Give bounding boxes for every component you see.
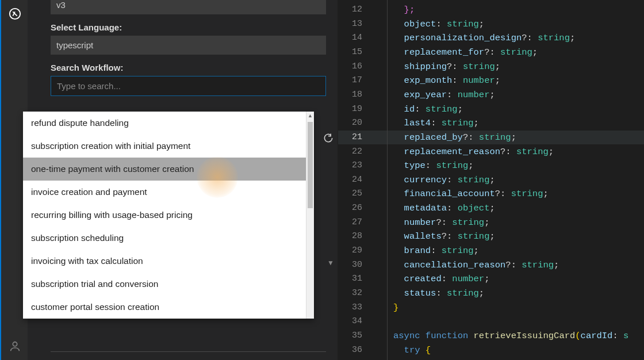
line-number: 18 xyxy=(338,88,373,102)
code-line: number?: string; xyxy=(393,216,489,230)
line-number: 24 xyxy=(338,173,373,187)
line-number: 27 xyxy=(338,216,373,230)
line-number: 23 xyxy=(338,159,373,173)
scroll-up-icon[interactable]: ▲ xyxy=(306,112,314,120)
line-number: 35 xyxy=(338,329,373,343)
code-line: created: number; xyxy=(393,272,489,286)
line-number: 15 xyxy=(338,45,373,60)
refresh-icon[interactable] xyxy=(323,132,334,146)
line-number: 13 xyxy=(338,17,373,32)
language-select[interactable]: typescript xyxy=(51,36,326,55)
line-number: 16 xyxy=(338,60,373,74)
search-workflow-input[interactable] xyxy=(51,76,326,96)
line-number: 12 xyxy=(338,3,373,17)
workflow-option[interactable]: customer portal session creation xyxy=(23,296,314,319)
line-number: 31 xyxy=(338,272,373,286)
code-line: personalization_design?: string; xyxy=(393,31,575,45)
workflow-option[interactable]: recurring billing with usage-based prici… xyxy=(23,204,314,227)
dropdown-scrollbar[interactable]: ▲ xyxy=(306,112,314,319)
line-number: 30 xyxy=(338,258,373,273)
line-number: 33 xyxy=(338,301,373,315)
code-line: replacement_reason?: string; xyxy=(393,145,554,159)
line-number: 21 xyxy=(338,131,373,145)
workflow-option[interactable]: subscription scheduling xyxy=(23,227,314,250)
workflow-option[interactable]: one-time payment with customer creation xyxy=(23,158,314,181)
workflow-option[interactable]: refund dispute handeling xyxy=(23,112,314,135)
chevron-down-icon[interactable]: ▼ xyxy=(327,259,334,267)
code-line: exp_year: number; xyxy=(393,88,495,102)
code-line: last4: string; xyxy=(393,116,479,131)
workflow-option[interactable]: invoice creation and payment xyxy=(23,181,314,204)
code-line: financial_account?: string; xyxy=(393,187,549,201)
accounts-icon[interactable] xyxy=(1,332,29,360)
code-line: async function retrieveIssuingCard(cardI… xyxy=(393,329,628,343)
code-line: object: string; xyxy=(393,17,484,32)
code-line: type: string; xyxy=(393,159,474,173)
line-number: 25 xyxy=(338,187,373,201)
workflow-option[interactable]: subscription creation with initial payme… xyxy=(23,135,314,158)
code-line: brand: string; xyxy=(393,244,479,258)
line-number: 14 xyxy=(338,31,373,45)
line-number: 36 xyxy=(338,343,373,358)
line-number: 17 xyxy=(338,74,373,88)
line-number: 20 xyxy=(338,116,373,131)
code-line: currency: string; xyxy=(393,173,495,187)
code-line: wallets?: string; xyxy=(393,229,495,244)
extension-logo-icon[interactable] xyxy=(1,0,29,28)
code-line: }; xyxy=(393,3,415,17)
search-workflow-label: Search Workflow: xyxy=(51,63,326,72)
line-number: 22 xyxy=(338,145,373,159)
code-line: } xyxy=(393,301,398,315)
line-number: 19 xyxy=(338,102,373,117)
line-number: 32 xyxy=(338,286,373,301)
line-number: 26 xyxy=(338,201,373,216)
code-line: cancellation_reason?: string; xyxy=(393,258,559,273)
svg-point-1 xyxy=(13,342,17,346)
version-select[interactable]: v3 xyxy=(51,0,326,14)
code-line: id: string; xyxy=(393,102,463,117)
code-line: exp_month: number; xyxy=(393,74,500,88)
code-line: status: string; xyxy=(393,286,484,301)
code-line: replaced_by?: string; xyxy=(393,131,516,145)
divider xyxy=(51,351,326,352)
code-line: try { xyxy=(393,343,431,358)
code-line: shipping?: string; xyxy=(393,60,500,74)
workflow-dropdown: ▲ refund dispute handelingsubscription c… xyxy=(23,112,314,319)
line-number: 28 xyxy=(338,229,373,244)
workflow-option[interactable]: subscription trial and conversion xyxy=(23,273,314,296)
select-language-label: Select Language: xyxy=(51,22,326,32)
line-number: 29 xyxy=(338,244,373,258)
code-editor[interactable]: 1213141516171819202122232425262728293031… xyxy=(338,0,644,360)
code-line: replacement_for?: string; xyxy=(393,45,538,60)
code-line: metadata: object; xyxy=(393,201,495,216)
workflow-option[interactable]: invoicing with tax calculation xyxy=(23,250,314,273)
gutter-border xyxy=(387,0,388,360)
line-number: 34 xyxy=(338,315,373,329)
scrollbar-thumb[interactable] xyxy=(308,122,313,208)
